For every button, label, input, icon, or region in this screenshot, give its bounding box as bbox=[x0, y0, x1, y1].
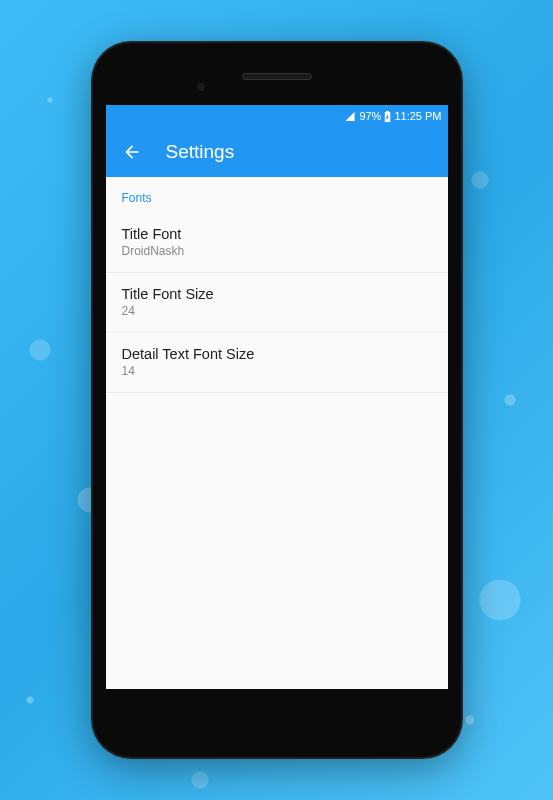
phone-frame: 97% 11:25 PM Settings Fonts Title Font D… bbox=[93, 43, 461, 757]
status-bar: 97% 11:25 PM bbox=[106, 105, 448, 127]
arrow-back-icon bbox=[122, 142, 142, 162]
setting-value: DroidNaskh bbox=[122, 244, 432, 258]
battery-charging-icon bbox=[384, 111, 391, 122]
app-bar: Settings bbox=[106, 127, 448, 177]
setting-label: Title Font bbox=[122, 226, 432, 242]
earpiece bbox=[242, 73, 312, 80]
battery-percent: 97% bbox=[359, 110, 381, 122]
setting-title-font-size[interactable]: Title Font Size 24 bbox=[106, 273, 448, 333]
sensor bbox=[197, 83, 205, 91]
signal-icon bbox=[344, 111, 356, 122]
setting-title-font[interactable]: Title Font DroidNaskh bbox=[106, 213, 448, 273]
page-title: Settings bbox=[166, 141, 235, 163]
back-button[interactable] bbox=[122, 142, 142, 162]
setting-label: Detail Text Font Size bbox=[122, 346, 432, 362]
setting-detail-text-font-size[interactable]: Detail Text Font Size 14 bbox=[106, 333, 448, 393]
setting-value: 14 bbox=[122, 364, 432, 378]
content-area: Fonts Title Font DroidNaskh Title Font S… bbox=[106, 177, 448, 689]
setting-value: 24 bbox=[122, 304, 432, 318]
section-header-fonts: Fonts bbox=[106, 177, 448, 213]
screen: 97% 11:25 PM Settings Fonts Title Font D… bbox=[106, 105, 448, 689]
status-time: 11:25 PM bbox=[394, 110, 441, 122]
setting-label: Title Font Size bbox=[122, 286, 432, 302]
